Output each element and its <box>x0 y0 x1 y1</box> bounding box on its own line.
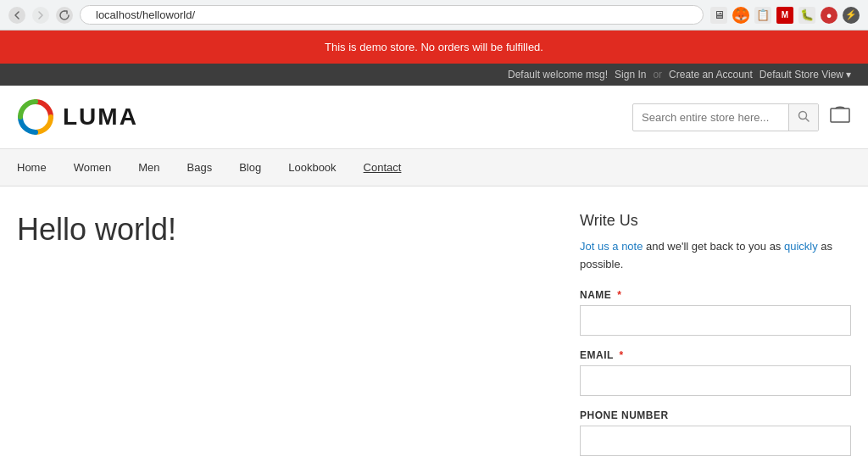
label-text-name: NAME <box>580 289 611 301</box>
browser-chrome: localhost/helloworld/ 🖥 🦊 📋 M 🐛 ● ⚡ <box>0 0 868 31</box>
browser-refresh-button[interactable] <box>56 7 73 24</box>
logo-area[interactable]: LUMA <box>17 98 138 136</box>
browser-back-button[interactable] <box>8 7 25 24</box>
nav-item-contact[interactable]: Contact <box>350 149 415 186</box>
form-label-name: NAME * <box>580 289 851 301</box>
input-phone[interactable] <box>580 426 851 456</box>
page-content: Hello world! Write Us Jot us a note and … <box>0 186 868 462</box>
demo-banner: This is demo store. No orders will be fu… <box>0 31 868 64</box>
shopping-cart-icon <box>829 103 851 125</box>
header-right <box>632 103 851 131</box>
nav-item-blog[interactable]: Blog <box>225 149 275 186</box>
nav-item-home[interactable]: Home <box>17 149 60 186</box>
ext-icon-2[interactable]: 🦊 <box>732 7 749 24</box>
logo-icon <box>17 98 54 136</box>
search-icon <box>798 110 810 122</box>
main-header: LUMA <box>0 86 868 149</box>
browser-extensions: 🖥 🦊 📋 M 🐛 ● ⚡ <box>710 7 860 24</box>
or-separator: or <box>653 69 662 81</box>
input-email[interactable] <box>580 365 851 396</box>
nav-item-women[interactable]: Women <box>60 149 125 186</box>
demo-banner-text: This is demo store. No orders will be fu… <box>325 41 543 53</box>
nav-item-men[interactable]: Men <box>125 149 173 186</box>
welcome-message: Default welcome msg! <box>508 69 608 81</box>
form-field-phone: PHONE NUMBER <box>580 409 851 456</box>
form-field-name: NAME * <box>580 289 851 336</box>
sign-in-link[interactable]: Sign In <box>615 69 646 81</box>
ext-icon-1[interactable]: 🖥 <box>710 7 727 24</box>
nav-item-lookbook[interactable]: Lookbook <box>275 149 349 186</box>
browser-forward-button[interactable] <box>32 7 49 24</box>
svg-rect-3 <box>831 109 849 122</box>
form-label-phone: PHONE NUMBER <box>580 409 851 421</box>
contact-form-area: Write Us Jot us a note and we'll get bac… <box>580 212 851 462</box>
required-indicator-name: * <box>617 289 621 301</box>
page-title: Hello world! <box>17 212 546 248</box>
desc-middle: and we'll get back to you as <box>643 240 784 253</box>
label-text-phone: PHONE NUMBER <box>580 409 669 421</box>
input-name[interactable] <box>580 305 851 336</box>
required-indicator-email: * <box>619 349 623 361</box>
chevron-down-icon: ▾ <box>846 69 851 81</box>
label-text-email: EMAIL <box>580 349 614 361</box>
search-input[interactable] <box>633 105 788 130</box>
desc-quickly: quickly <box>784 240 818 253</box>
logo-text: LUMA <box>63 103 138 131</box>
search-button[interactable] <box>788 104 818 131</box>
create-account-link[interactable]: Create an Account <box>669 69 753 81</box>
ext-icon-5[interactable]: 🐛 <box>798 7 815 24</box>
write-us-title: Write Us <box>580 212 851 230</box>
search-bar[interactable] <box>632 103 819 131</box>
ext-icon-3[interactable]: 📋 <box>754 7 771 24</box>
form-field-email: EMAIL * <box>580 349 851 396</box>
main-navigation: Home Women Men Bags Blog Lookbook Contac… <box>0 149 868 186</box>
store-view-label: Default Store View <box>760 69 843 81</box>
nav-item-bags[interactable]: Bags <box>174 149 226 186</box>
url-text: localhost/helloworld/ <box>96 8 195 21</box>
cart-icon[interactable] <box>829 103 851 131</box>
ext-icon-4[interactable]: M <box>776 7 793 24</box>
form-label-email: EMAIL * <box>580 349 851 361</box>
svg-line-2 <box>806 118 810 121</box>
header-top-bar: Default welcome msg! Sign In or Create a… <box>0 64 868 86</box>
store-view-selector[interactable]: Default Store View ▾ <box>760 69 851 81</box>
ext-icon-6[interactable]: ● <box>821 7 837 24</box>
page-main: Hello world! <box>17 212 546 462</box>
browser-url-bar[interactable]: localhost/helloworld/ <box>80 5 704 25</box>
ext-icon-7[interactable]: ⚡ <box>843 7 860 24</box>
write-us-description: Jot us a note and we'll get back to you … <box>580 238 851 274</box>
desc-jot: Jot us a note <box>580 240 643 253</box>
